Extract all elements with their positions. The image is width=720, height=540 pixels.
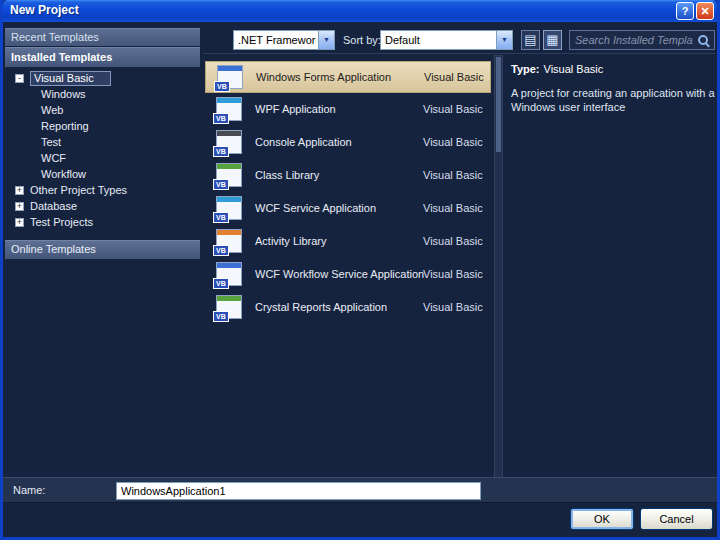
vb-badge-icon: VB bbox=[213, 245, 229, 256]
sidebar-item-web[interactable]: Web bbox=[5, 103, 200, 119]
icon-bar bbox=[217, 164, 241, 169]
ok-button[interactable]: OK bbox=[570, 508, 634, 530]
sort-select[interactable]: Default ▼ bbox=[380, 30, 513, 50]
tree-label: Test Projects bbox=[30, 216, 93, 228]
template-type: Visual Basic bbox=[423, 268, 483, 280]
sidebar-item-workflow[interactable]: Workflow bbox=[5, 167, 200, 183]
tree-label: WCF bbox=[41, 152, 66, 164]
chevron-down-icon[interactable]: ▼ bbox=[318, 31, 334, 49]
medium-icons-view-icon: ▦ bbox=[546, 32, 558, 47]
vb-badge-icon: VB bbox=[213, 146, 229, 157]
icon-bar bbox=[217, 296, 241, 301]
sort-value: Default bbox=[385, 34, 494, 46]
small-icons-view-button[interactable]: ▤ bbox=[521, 30, 540, 50]
window-title: New Project bbox=[10, 3, 79, 17]
sidebar-item-test-projects[interactable]: +Test Projects bbox=[5, 215, 200, 231]
new-project-dialog: New Project ? ✕ Recent Templates Install… bbox=[0, 0, 720, 540]
template-row-crystal-reports-application[interactable]: VB Crystal Reports Application Visual Ba… bbox=[205, 292, 491, 324]
sidebar-item-windows[interactable]: Windows bbox=[5, 87, 200, 103]
tree-label: Database bbox=[30, 200, 77, 212]
vb-badge-icon: VB bbox=[213, 113, 229, 124]
template-list-scrollbar[interactable] bbox=[494, 55, 503, 478]
class-library-icon: VB bbox=[213, 162, 243, 190]
vb-badge-icon: VB bbox=[213, 311, 229, 322]
wcf-workflow-service-icon: VB bbox=[213, 261, 243, 289]
template-name: Crystal Reports Application bbox=[255, 301, 387, 313]
sidebar: Recent Templates Installed Templates -Vi… bbox=[5, 22, 200, 537]
tree-label: Visual Basic bbox=[30, 71, 111, 86]
project-name-input[interactable] bbox=[116, 482, 481, 500]
template-name: Windows Forms Application bbox=[256, 71, 391, 83]
icon-bar bbox=[218, 66, 242, 71]
close-button[interactable]: ✕ bbox=[696, 2, 714, 20]
wcf-service-icon: VB bbox=[213, 195, 243, 223]
cancel-button[interactable]: Cancel bbox=[640, 508, 713, 530]
template-type-line: Type:Visual Basic bbox=[511, 63, 715, 75]
titlebar[interactable]: New Project ? ✕ bbox=[3, 0, 717, 22]
expand-icon[interactable]: + bbox=[15, 186, 24, 195]
sidebar-item-wcf[interactable]: WCF bbox=[5, 151, 200, 167]
template-row-wcf-workflow-service-application[interactable]: VB WCF Workflow Service Application Visu… bbox=[205, 259, 491, 291]
template-category-tree: -Visual Basic Windows Web Reporting Test… bbox=[5, 71, 200, 231]
template-row-wpf-application[interactable]: VB WPF Application Visual Basic bbox=[205, 94, 491, 126]
sidebar-item-reporting[interactable]: Reporting bbox=[5, 119, 200, 135]
chevron-down-icon[interactable]: ▼ bbox=[496, 31, 512, 49]
type-value: Visual Basic bbox=[544, 63, 604, 75]
sidebar-item-other-project-types[interactable]: +Other Project Types bbox=[5, 183, 200, 199]
template-name: Class Library bbox=[255, 169, 319, 181]
search-input[interactable] bbox=[573, 32, 695, 48]
scrollbar-thumb[interactable] bbox=[496, 57, 501, 152]
expand-icon[interactable]: + bbox=[15, 218, 24, 227]
icon-bar bbox=[217, 230, 241, 235]
template-name: Console Application bbox=[255, 136, 352, 148]
sidebar-recent-templates[interactable]: Recent Templates bbox=[5, 28, 200, 46]
medium-icons-view-button[interactable]: ▦ bbox=[543, 30, 562, 50]
icon-bar bbox=[217, 263, 241, 268]
template-type: Visual Basic bbox=[423, 202, 483, 214]
windows-forms-icon: VB bbox=[214, 64, 244, 92]
search-box[interactable] bbox=[569, 30, 715, 50]
template-name: Activity Library bbox=[255, 235, 327, 247]
template-row-windows-forms-application[interactable]: VB Windows Forms Application Visual Basi… bbox=[205, 61, 491, 93]
icon-bar bbox=[217, 197, 241, 202]
sidebar-installed-templates[interactable]: Installed Templates bbox=[5, 47, 200, 67]
collapse-icon[interactable]: - bbox=[15, 74, 24, 83]
tree-label: Web bbox=[41, 104, 63, 116]
crystal-reports-icon: VB bbox=[213, 294, 243, 322]
template-row-wcf-service-application[interactable]: VB WCF Service Application Visual Basic bbox=[205, 193, 491, 225]
vb-badge-icon: VB bbox=[213, 179, 229, 190]
template-info-pane: Type:Visual Basic A project for creating… bbox=[507, 55, 719, 478]
template-list: VB Windows Forms Application Visual Basi… bbox=[203, 55, 493, 478]
template-type: Visual Basic bbox=[423, 301, 483, 313]
icon-bar bbox=[217, 131, 241, 136]
template-name: WCF Service Application bbox=[255, 202, 376, 214]
toolbar: .NET Framework 4 ▼ Sort by: Default ▼ ▤ … bbox=[203, 22, 715, 54]
framework-select[interactable]: .NET Framework 4 ▼ bbox=[233, 30, 335, 50]
wpf-application-icon: VB bbox=[213, 96, 243, 124]
sidebar-item-visual-basic[interactable]: -Visual Basic bbox=[5, 71, 200, 87]
activity-library-icon: VB bbox=[213, 228, 243, 256]
dialog-body: Recent Templates Installed Templates -Vi… bbox=[3, 22, 717, 537]
console-application-icon: VB bbox=[213, 129, 243, 157]
tree-label: Reporting bbox=[41, 120, 89, 132]
tree-label: Workflow bbox=[41, 168, 86, 180]
help-button[interactable]: ? bbox=[676, 2, 694, 20]
tree-label: Test bbox=[41, 136, 61, 148]
vb-badge-icon: VB bbox=[214, 81, 230, 92]
sidebar-item-database[interactable]: +Database bbox=[5, 199, 200, 215]
template-row-class-library[interactable]: VB Class Library Visual Basic bbox=[205, 160, 491, 192]
icon-bar bbox=[217, 98, 241, 103]
search-icon[interactable] bbox=[698, 35, 710, 47]
sort-by-label: Sort by: bbox=[343, 34, 381, 46]
template-description: A project for creating an application wi… bbox=[511, 86, 719, 114]
template-name: WPF Application bbox=[255, 103, 336, 115]
framework-value: .NET Framework 4 bbox=[238, 34, 316, 46]
template-row-activity-library[interactable]: VB Activity Library Visual Basic bbox=[205, 226, 491, 258]
small-icons-view-icon: ▤ bbox=[524, 32, 536, 47]
name-row: Name: bbox=[3, 477, 717, 503]
expand-icon[interactable]: + bbox=[15, 202, 24, 211]
template-row-console-application[interactable]: VB Console Application Visual Basic bbox=[205, 127, 491, 159]
template-name: WCF Workflow Service Application bbox=[255, 268, 424, 280]
sidebar-item-test[interactable]: Test bbox=[5, 135, 200, 151]
sidebar-online-templates[interactable]: Online Templates bbox=[5, 240, 200, 259]
